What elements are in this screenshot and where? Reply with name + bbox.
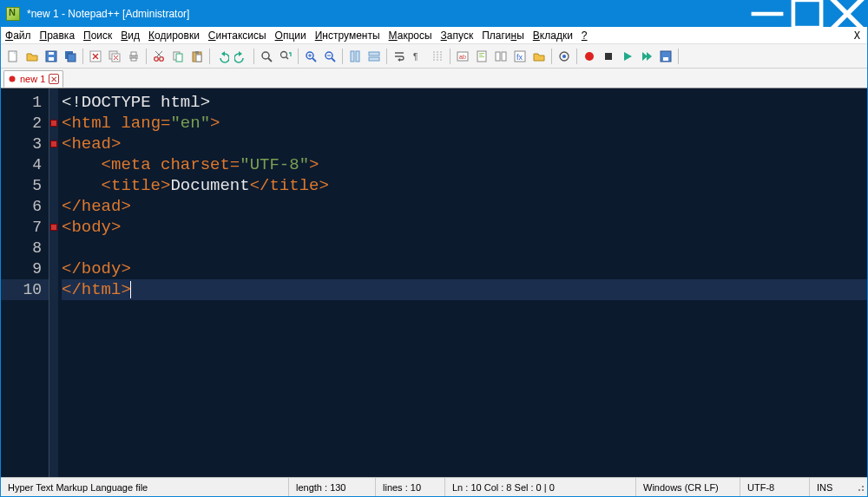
function-list-icon[interactable]: fx [511, 48, 529, 65]
svg-rect-20 [131, 58, 136, 61]
stop-icon[interactable] [600, 48, 617, 65]
close-icon[interactable] [87, 48, 104, 65]
save-macro-icon[interactable] [657, 48, 674, 65]
redo-icon[interactable] [233, 48, 250, 65]
tab-label: new 1 [20, 74, 45, 84]
play-icon[interactable] [619, 48, 636, 65]
fold-slot [49, 175, 58, 196]
menu-плагины[interactable]: Плагины [477, 28, 529, 43]
code-line[interactable]: </html> [62, 279, 867, 300]
doc-list-icon[interactable] [492, 48, 510, 65]
status-eol[interactable]: Windows (CR LF) [636, 478, 740, 496]
code-line[interactable]: <body> [62, 217, 867, 238]
unsaved-indicator-icon [8, 75, 16, 83]
code-line[interactable]: <!DOCTYPE html> [62, 92, 867, 113]
menu-файл[interactable]: Файл [1, 28, 36, 43]
menu-инструменты[interactable]: Инструменты [311, 28, 385, 43]
menu-вкладки[interactable]: Вкладки [529, 28, 577, 43]
monitor-icon[interactable] [556, 48, 573, 65]
menu-кодировки[interactable]: Кодировки [144, 28, 204, 43]
svg-rect-70 [663, 57, 668, 61]
replace-icon[interactable] [277, 48, 294, 65]
line-number[interactable]: 8 [1, 238, 49, 258]
close-button[interactable] [827, 1, 867, 27]
menu-запуск[interactable]: Запуск [437, 28, 478, 43]
folder-icon[interactable] [530, 48, 548, 65]
show-all-icon[interactable]: ¶ [410, 48, 427, 65]
code-line[interactable]: </head> [62, 196, 867, 217]
lang-icon[interactable]: ab [454, 48, 471, 65]
sync-h-icon[interactable] [365, 48, 383, 65]
open-icon[interactable] [23, 48, 41, 65]
sync-v-icon[interactable] [346, 48, 364, 65]
resize-grip-icon[interactable] [853, 481, 867, 494]
title-bar[interactable]: *new 1 - Notepad++ [Administrator] [1, 1, 867, 27]
tab-close-icon[interactable]: ✕ [49, 74, 59, 84]
fold-toggle-icon[interactable] [50, 224, 57, 231]
svg-point-63 [562, 55, 566, 58]
caption-buttons [747, 1, 867, 27]
svg-line-37 [312, 58, 316, 62]
minimize-button[interactable] [747, 1, 787, 27]
svg-rect-19 [131, 52, 136, 56]
line-number[interactable]: 1 [1, 92, 49, 113]
cut-icon[interactable] [150, 48, 168, 65]
line-number[interactable]: 9 [1, 258, 49, 279]
code-line[interactable]: </body> [62, 258, 867, 279]
save-icon[interactable] [43, 48, 60, 65]
maximize-button[interactable] [787, 1, 827, 27]
line-number[interactable]: 3 [1, 134, 49, 154]
menu-макросы[interactable]: Макросы [385, 28, 437, 43]
toolbar-separator [678, 49, 679, 64]
line-number[interactable]: 4 [1, 154, 49, 175]
line-number[interactable]: 7 [1, 217, 49, 238]
code-line[interactable]: <meta charset="UTF-8"> [62, 154, 867, 175]
line-number-gutter[interactable]: 12345678910 [1, 88, 49, 477]
fold-toggle-icon[interactable] [50, 141, 57, 147]
svg-rect-29 [196, 55, 201, 62]
svg-point-32 [262, 52, 269, 59]
play-multi-icon[interactable] [638, 48, 655, 65]
menu-вид[interactable]: Вид [116, 28, 144, 43]
toolbar-separator [253, 49, 254, 64]
code-line[interactable]: <head> [62, 134, 867, 154]
menu-опции[interactable]: Опции [271, 28, 311, 43]
code-line[interactable]: <html lang="en"> [62, 113, 867, 134]
line-number[interactable]: 10 [1, 279, 49, 300]
undo-icon[interactable] [214, 48, 231, 65]
zoom-in-icon[interactable] [302, 48, 319, 65]
menu-?[interactable]: ? [577, 28, 592, 43]
paste-icon[interactable] [188, 48, 206, 65]
print-icon[interactable] [125, 48, 142, 65]
record-icon[interactable] [581, 48, 598, 65]
menu-поиск[interactable]: Поиск [79, 28, 116, 43]
save-all-icon[interactable] [62, 48, 79, 65]
code-line[interactable] [62, 238, 867, 258]
line-number[interactable]: 2 [1, 113, 49, 134]
window-close-x[interactable]: X [847, 29, 867, 42]
status-bar: Hyper Text Markup Language file length :… [1, 477, 867, 496]
line-number[interactable]: 5 [1, 175, 49, 196]
menu-правка[interactable]: Правка [36, 28, 80, 43]
status-ins[interactable]: INS [810, 478, 853, 496]
copy-icon[interactable] [169, 48, 187, 65]
svg-rect-72 [862, 489, 864, 491]
toolbar: ¶abfx [1, 44, 867, 69]
close-all-icon[interactable] [106, 48, 123, 65]
wrap-icon[interactable] [391, 48, 408, 65]
fold-slot [49, 258, 58, 279]
indent-guide-icon[interactable] [429, 48, 446, 65]
fold-toggle-icon[interactable] [50, 120, 57, 127]
doc-map-icon[interactable] [473, 48, 490, 65]
fold-margin[interactable] [49, 88, 58, 477]
menu-синтаксисы[interactable]: Синтаксисы [204, 28, 271, 43]
app-icon [6, 7, 20, 21]
code-line[interactable]: <title>Document</title> [62, 175, 867, 196]
new-file-icon[interactable] [4, 48, 22, 65]
tab-new-1[interactable]: new 1 ✕ [3, 70, 63, 88]
status-encoding[interactable]: UTF-8 [740, 478, 810, 496]
line-number[interactable]: 6 [1, 196, 49, 217]
find-icon[interactable] [258, 48, 275, 65]
zoom-out-icon[interactable] [321, 48, 339, 65]
code-area[interactable]: <!DOCTYPE html><html lang="en"><head> <m… [58, 88, 867, 477]
